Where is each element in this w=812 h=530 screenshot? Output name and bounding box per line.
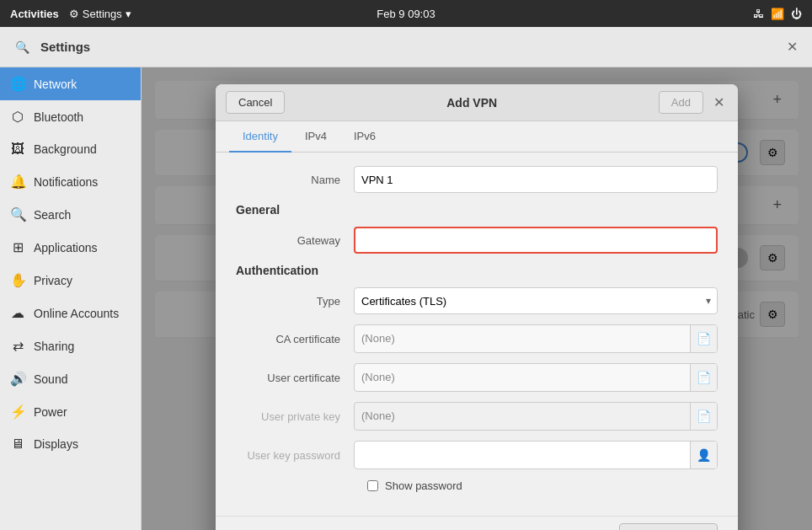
datetime: Feb 9 09:03 bbox=[377, 8, 435, 20]
ca-cert-label: CA certificate bbox=[236, 333, 354, 345]
dialog-close-button[interactable]: ✕ bbox=[710, 94, 728, 110]
add-button[interactable]: Add bbox=[659, 91, 703, 114]
sidebar-item-label: Notifications bbox=[34, 175, 98, 189]
network-icon: 🖧 bbox=[753, 8, 764, 20]
sidebar-item-label: Displays bbox=[34, 437, 78, 451]
power-sidebar-icon: ⚡ bbox=[10, 404, 25, 420]
chevron-icon: ▾ bbox=[126, 8, 131, 20]
cancel-button[interactable]: Cancel bbox=[226, 91, 285, 114]
settings-menu[interactable]: ⚙ Settings ▾ bbox=[69, 8, 131, 20]
type-row: Type Certificates (TLS) Password Passwor… bbox=[236, 287, 718, 314]
sidebar-item-background[interactable]: 🖼 Background bbox=[0, 133, 141, 165]
sidebar-item-sound[interactable]: 🔊 Sound bbox=[0, 362, 141, 395]
user-key-value: (None) bbox=[355, 403, 690, 430]
user-cert-value: (None) bbox=[355, 364, 690, 391]
main-content: + ⚙ + ⚙ bbox=[142, 67, 812, 530]
ca-cert-browse-button[interactable]: 📄 bbox=[690, 325, 717, 352]
sidebar-item-label: Sharing bbox=[34, 340, 74, 353]
name-label: Name bbox=[236, 174, 354, 186]
bluetooth-icon: ⬡ bbox=[10, 109, 25, 125]
sidebar-item-label: Sound bbox=[34, 372, 67, 386]
sidebar-item-power[interactable]: ⚡ Power bbox=[0, 395, 141, 428]
user-password-label: User key password bbox=[236, 449, 354, 462]
name-row: Name bbox=[236, 166, 718, 193]
type-select[interactable]: Certificates (TLS) Password Password wit… bbox=[354, 287, 718, 314]
applications-icon: ⊞ bbox=[10, 239, 25, 255]
user-cert-label: User certificate bbox=[236, 372, 354, 384]
advanced-button[interactable]: ⚙ Advanced... bbox=[619, 523, 718, 530]
settings-body: 🌐 Network ⬡ Bluetooth 🖼 Background 🔔 Not… bbox=[0, 67, 812, 530]
settings-header: 🔍 Settings ✕ bbox=[0, 27, 812, 67]
user-key-browse-button[interactable]: 📄 bbox=[690, 403, 717, 430]
sidebar-item-label: Search bbox=[34, 208, 71, 222]
tab-ipv6[interactable]: IPv6 bbox=[340, 121, 389, 153]
sidebar-item-label: Applications bbox=[34, 241, 98, 254]
sidebar-item-network[interactable]: 🌐 Network bbox=[0, 67, 141, 100]
notifications-icon: 🔔 bbox=[10, 174, 25, 190]
show-password-row: Show password bbox=[367, 479, 718, 492]
sound-icon: 🔊 bbox=[10, 371, 25, 387]
topbar-settings-label: Settings bbox=[83, 8, 122, 20]
modal-overlay: Cancel Add VPN Add ✕ Identity IPv4 IPv6 bbox=[142, 67, 812, 530]
sidebar-item-label: Bluetooth bbox=[34, 110, 83, 124]
header-search-button[interactable]: 🔍 bbox=[10, 35, 34, 59]
name-input[interactable] bbox=[354, 166, 718, 193]
sidebar-item-notifications[interactable]: 🔔 Notifications bbox=[0, 165, 141, 198]
dialog-footer: ⚙ Advanced... bbox=[216, 516, 738, 530]
ca-cert-input-wrapper: (None) 📄 bbox=[354, 324, 718, 353]
user-password-input-wrapper: 👤 bbox=[354, 441, 718, 469]
settings-window: 🔍 Settings ✕ 🌐 Network ⬡ Bluetooth 🖼 Bac… bbox=[0, 27, 812, 530]
sidebar-item-sharing[interactable]: ⇄ Sharing bbox=[0, 329, 141, 362]
user-cert-input-wrapper: (None) 📄 bbox=[354, 363, 718, 392]
sidebar-item-applications[interactable]: ⊞ Applications bbox=[0, 231, 141, 264]
sidebar-item-online-accounts[interactable]: ☁ Online Accounts bbox=[0, 297, 141, 329]
gateway-input[interactable] bbox=[354, 227, 718, 254]
sidebar-item-label: Background bbox=[34, 142, 97, 156]
ca-cert-value: (None) bbox=[355, 325, 690, 352]
general-heading: General bbox=[236, 203, 718, 217]
online-accounts-icon: ☁ bbox=[10, 305, 25, 321]
sharing-icon: ⇄ bbox=[10, 338, 25, 354]
user-password-icon-button[interactable]: 👤 bbox=[690, 442, 717, 468]
user-key-input-wrapper: (None) 📄 bbox=[354, 402, 718, 431]
gateway-label: Gateway bbox=[236, 234, 354, 247]
show-password-checkbox[interactable] bbox=[367, 480, 378, 491]
sidebar: 🌐 Network ⬡ Bluetooth 🖼 Background 🔔 Not… bbox=[0, 67, 142, 530]
type-label: Type bbox=[236, 295, 354, 308]
sidebar-item-displays[interactable]: 🖥 Displays bbox=[0, 428, 141, 460]
user-cert-browse-button[interactable]: 📄 bbox=[690, 364, 717, 391]
type-select-wrapper: Certificates (TLS) Password Password wit… bbox=[354, 287, 718, 314]
user-cert-row: User certificate (None) 📄 bbox=[236, 363, 718, 392]
tab-identity[interactable]: Identity bbox=[229, 121, 291, 153]
activities-button[interactable]: Activities bbox=[10, 8, 59, 20]
auth-heading: Authentication bbox=[236, 264, 718, 277]
user-key-row: User private key (None) 📄 bbox=[236, 402, 718, 431]
sidebar-item-bluetooth[interactable]: ⬡ Bluetooth bbox=[0, 100, 141, 133]
sidebar-item-label: Privacy bbox=[34, 274, 72, 287]
topbar-right: 🖧 📶 ⏻ bbox=[753, 8, 802, 20]
show-password-label[interactable]: Show password bbox=[385, 479, 462, 492]
dialog-title: Add VPN bbox=[291, 96, 651, 110]
topbar: Activities ⚙ Settings ▾ Feb 9 09:03 🖧 📶 … bbox=[0, 0, 812, 27]
user-key-label: User private key bbox=[236, 410, 354, 423]
displays-icon: 🖥 bbox=[10, 436, 25, 452]
sidebar-item-label: Online Accounts bbox=[34, 307, 119, 320]
vpn-dialog: Cancel Add VPN Add ✕ Identity IPv4 IPv6 bbox=[216, 84, 738, 530]
dialog-tabs: Identity IPv4 IPv6 bbox=[216, 121, 738, 153]
ca-cert-row: CA certificate (None) 📄 bbox=[236, 324, 718, 353]
sidebar-item-search[interactable]: 🔍 Search bbox=[0, 198, 141, 231]
power-icon: ⏻ bbox=[791, 8, 802, 20]
user-password-input[interactable] bbox=[355, 442, 690, 468]
background-icon: 🖼 bbox=[10, 142, 25, 157]
network-sidebar-icon: 🌐 bbox=[10, 76, 25, 92]
user-password-row: User key password 👤 bbox=[236, 441, 718, 469]
settings-close-button[interactable]: ✕ bbox=[782, 37, 802, 57]
sidebar-item-privacy[interactable]: ✋ Privacy bbox=[0, 264, 141, 297]
privacy-icon: ✋ bbox=[10, 272, 25, 288]
dialog-header: Cancel Add VPN Add ✕ bbox=[216, 84, 738, 121]
dialog-body: Name General Gateway Authentication bbox=[216, 153, 738, 516]
tab-ipv4[interactable]: IPv4 bbox=[291, 121, 340, 153]
gateway-row: Gateway bbox=[236, 227, 718, 254]
settings-window-title: Settings bbox=[40, 40, 90, 54]
signal-icon: 📶 bbox=[771, 8, 784, 20]
